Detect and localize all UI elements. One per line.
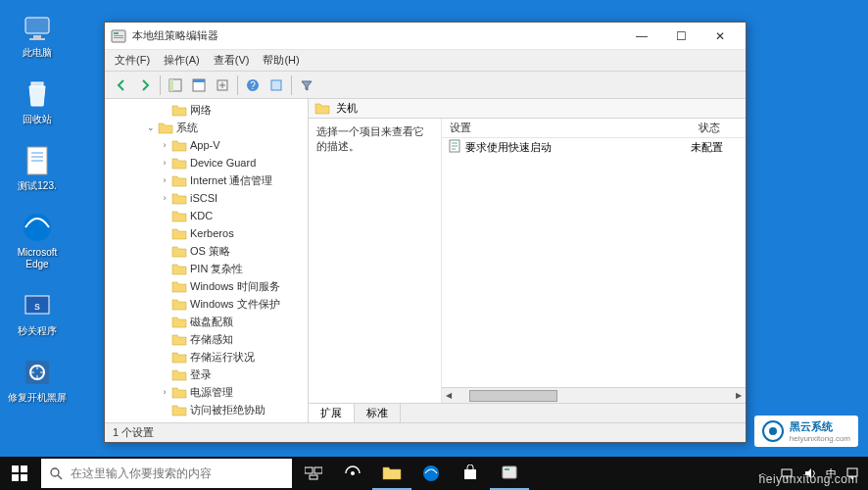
expand-toggle[interactable]: ›	[158, 138, 171, 152]
test-file-icon	[20, 143, 55, 178]
help-button[interactable]: ?	[242, 74, 264, 96]
col-setting[interactable]: 设置	[442, 119, 691, 137]
menu-help[interactable]: 帮助(H)	[263, 53, 299, 68]
menu-file[interactable]: 文件(F)	[115, 53, 150, 68]
expand-toggle[interactable]: ›	[158, 191, 171, 205]
content-pane: 关机 选择一个项目来查看它的描述。 设置 状态 要求使用快速启动未配置 ◀ ▶	[309, 99, 746, 422]
tree-item[interactable]: 存储感知	[105, 330, 308, 348]
back-button[interactable]	[111, 74, 132, 96]
maximize-button[interactable]: ☐	[661, 24, 700, 49]
titlebar[interactable]: 本地组策略编辑器 — ☐ ✕	[105, 23, 746, 50]
expand-toggle[interactable]	[158, 103, 171, 117]
task-view-button[interactable]	[294, 457, 333, 490]
export-list-button[interactable]	[212, 74, 233, 96]
tree-item[interactable]: KDC	[105, 207, 308, 224]
expand-toggle[interactable]: ›	[158, 156, 171, 170]
expand-toggle[interactable]: ⌄	[144, 121, 158, 134]
svg-rect-34	[464, 469, 476, 479]
tree-item-label: KDC	[190, 210, 213, 221]
tab-extended[interactable]: 扩展	[309, 404, 355, 422]
tree-item[interactable]: 登录	[105, 366, 308, 383]
statusbar: 1 个设置	[105, 422, 746, 442]
forward-button[interactable]	[134, 74, 156, 96]
tree-item[interactable]: ›App-V	[105, 136, 308, 154]
svg-rect-25	[12, 474, 19, 481]
nav-tree[interactable]: 网络⌄系统›App-V›Device Guard›Internet 通信管理›i…	[105, 99, 309, 422]
expand-toggle[interactable]	[158, 297, 171, 311]
taskbar-app-gpedit[interactable]	[490, 457, 529, 490]
svg-rect-17	[193, 79, 205, 82]
desktop-icon-edge[interactable]: Microsoft Edge	[8, 210, 67, 270]
expand-toggle[interactable]: ›	[158, 385, 171, 399]
desktop-icon-recycle-bin[interactable]: 回收站	[8, 76, 67, 125]
tree-item[interactable]: 磁盘配额	[105, 313, 308, 330]
tree-item[interactable]: Kerberos	[105, 224, 308, 242]
refresh-button[interactable]	[265, 74, 287, 96]
tree-item[interactable]: Windows 文件保护	[105, 295, 308, 313]
tree-item[interactable]: 访问被拒绝协助	[105, 401, 308, 418]
svg-rect-12	[114, 35, 123, 36]
expand-toggle[interactable]	[158, 315, 171, 328]
settings-list[interactable]: 要求使用快速启动未配置	[442, 138, 746, 387]
expand-toggle[interactable]	[158, 332, 171, 346]
filter-button[interactable]	[296, 74, 317, 96]
search-input[interactable]	[71, 466, 292, 480]
expand-toggle[interactable]	[158, 350, 171, 364]
tab-standard[interactable]: 标准	[355, 404, 401, 422]
expand-toggle[interactable]: ›	[158, 173, 171, 187]
tree-item-label: PIN 复杂性	[190, 262, 243, 276]
tree-item-label: Kerberos	[190, 227, 234, 239]
horizontal-scrollbar[interactable]: ◀ ▶	[442, 387, 746, 403]
tree-item[interactable]: ›电源管理	[105, 383, 308, 401]
tree-item[interactable]: 网络	[105, 101, 308, 119]
scroll-thumb[interactable]	[469, 390, 557, 402]
tree-item[interactable]: ⌄系统	[105, 119, 308, 136]
close-button[interactable]: ✕	[700, 24, 740, 49]
expand-toggle[interactable]	[158, 244, 171, 258]
tree-item[interactable]: ›iSCSI	[105, 189, 308, 207]
expand-toggle[interactable]	[158, 262, 171, 275]
col-state[interactable]: 状态	[691, 119, 746, 137]
show-hide-tree-button[interactable]	[165, 74, 186, 96]
setting-row[interactable]: 要求使用快速启动未配置	[442, 138, 746, 156]
desktop-icon-repair-boot[interactable]: 修复开机黑屏	[8, 355, 67, 404]
menu-view[interactable]: 查看(V)	[214, 53, 250, 68]
desktop-icon-seconds-app[interactable]: s秒关程序	[8, 288, 67, 337]
start-button[interactable]	[0, 457, 39, 490]
expand-toggle[interactable]	[158, 368, 171, 381]
taskbar-app-edge[interactable]	[411, 457, 451, 490]
menu-action[interactable]: 操作(A)	[164, 53, 200, 68]
expand-toggle[interactable]	[158, 403, 171, 416]
folder-icon	[171, 156, 187, 170]
settings-header[interactable]: 设置 状态	[442, 119, 746, 138]
tree-item[interactable]: 存储运行状况	[105, 348, 308, 366]
taskbar-app-store[interactable]	[451, 457, 490, 490]
desktop-icon-label: 修复开机黑屏	[8, 392, 67, 404]
tree-item[interactable]: ›Device Guard	[105, 154, 308, 172]
folder-icon	[171, 279, 187, 293]
minimize-button[interactable]: —	[622, 24, 661, 49]
taskbar-app-snip[interactable]	[333, 457, 372, 490]
desktop-icon-test-file[interactable]: 测试123.	[8, 143, 67, 192]
tree-item[interactable]: OS 策略	[105, 242, 308, 260]
svg-point-41	[769, 427, 777, 435]
taskbar-app-explorer[interactable]	[372, 457, 411, 490]
edge-icon	[20, 210, 55, 245]
svg-rect-13	[114, 37, 123, 38]
expand-toggle[interactable]	[158, 226, 171, 240]
scroll-right-arrow[interactable]: ▶	[732, 389, 746, 403]
desktop-icon-this-pc[interactable]: 此电脑	[8, 10, 67, 59]
tree-item-label: 存储感知	[190, 332, 233, 347]
svg-rect-26	[21, 474, 27, 481]
tree-item-label: Windows 时间服务	[190, 279, 280, 294]
properties-button[interactable]	[188, 74, 210, 96]
tree-item-label: 磁盘配额	[190, 315, 233, 329]
expand-toggle[interactable]	[158, 279, 171, 293]
taskbar-search[interactable]	[41, 459, 292, 488]
tree-item[interactable]: ›Internet 通信管理	[105, 172, 308, 189]
scroll-left-arrow[interactable]: ◀	[442, 389, 456, 403]
folder-icon	[171, 368, 187, 381]
tree-item[interactable]: PIN 复杂性	[105, 260, 308, 277]
expand-toggle[interactable]	[158, 209, 171, 222]
tree-item[interactable]: Windows 时间服务	[105, 277, 308, 295]
